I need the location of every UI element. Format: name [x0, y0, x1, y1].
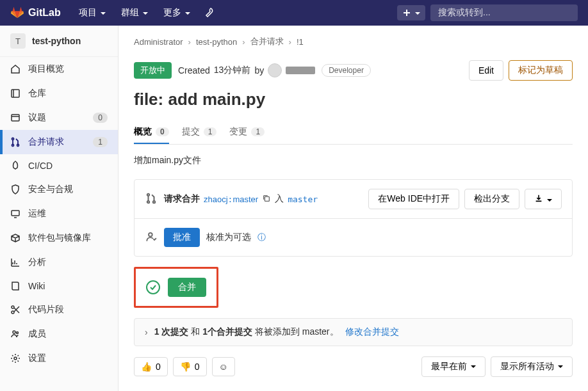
home-icon — [10, 64, 20, 74]
open-ide-button[interactable]: 在Web IDE中打开 — [368, 189, 459, 209]
sidebar-item-issues[interactable]: 议题 0 — [0, 106, 118, 130]
download-button[interactable] — [525, 189, 562, 209]
add-reaction-button[interactable]: ☺ — [212, 357, 235, 376]
breadcrumb: Administrator › test-python › 合并请求 › !1 — [134, 36, 573, 47]
chevron-down-icon — [470, 361, 476, 371]
merge-button[interactable]: 合并 — [168, 278, 206, 297]
repository-icon — [10, 88, 20, 99]
sidebar-item-merge-requests[interactable]: 合并请求 1 — [0, 130, 118, 154]
activity-filter-button[interactable]: 显示所有活动 — [491, 356, 573, 377]
issues-icon — [10, 113, 20, 123]
mark-draft-button[interactable]: 标记为草稿 — [509, 60, 573, 81]
sidebar-item-repository[interactable]: 仓库 — [0, 81, 118, 106]
check-circle-icon — [146, 280, 160, 294]
tab-changes[interactable]: 变更 1 — [229, 120, 265, 144]
nav-groups[interactable]: 群组 — [113, 7, 156, 19]
svg-point-4 — [17, 145, 19, 147]
new-dropdown[interactable] — [397, 5, 425, 20]
chevron-right-icon: › — [289, 37, 291, 47]
chart-icon — [10, 257, 20, 267]
top-navigation: GitLab 项目 群组 更多 搜索或转到... — [0, 0, 588, 26]
sidebar-item-members[interactable]: 成员 — [0, 322, 118, 346]
thumbs-down-icon: 👎 — [180, 362, 191, 372]
project-name: test-python — [32, 36, 81, 46]
svg-rect-0 — [12, 90, 19, 97]
crumb-mr[interactable]: 合并请求 — [250, 36, 284, 47]
tabs: 概览 0 提交 1 变更 1 — [134, 120, 573, 145]
brand-text: GitLab — [28, 7, 61, 19]
merge-request-icon — [10, 137, 20, 147]
smiley-icon: ☺ — [219, 362, 228, 372]
nav-more[interactable]: 更多 — [156, 7, 198, 19]
approve-button[interactable]: 批准 — [164, 228, 200, 247]
chevron-down-icon — [99, 8, 106, 18]
rocket-icon — [10, 161, 20, 171]
svg-point-15 — [149, 232, 152, 236]
commit-summary: › 1 次提交 和 1个合并提交 将被添加到 master。 修改合并提交 — [134, 318, 573, 346]
reaction-row: 👍0 👎0 ☺ 最早在前 显示所有活动 — [134, 356, 573, 377]
crumb-admin[interactable]: Administrator — [134, 37, 183, 47]
target-branch[interactable]: master — [288, 195, 318, 204]
source-branch[interactable]: zhaocj:master — [204, 195, 258, 204]
sort-button[interactable]: 最早在前 — [421, 356, 486, 377]
chevron-down-icon — [546, 195, 552, 205]
tanuki-icon — [10, 6, 24, 20]
sidebar-item-wiki[interactable]: Wiki — [0, 275, 118, 298]
author-avatar[interactable] — [268, 63, 282, 77]
chevron-right-icon: › — [242, 37, 245, 47]
sidebar-item-snippets[interactable]: 代码片段 — [0, 298, 118, 322]
nav-projects[interactable]: 项目 — [71, 7, 113, 19]
svg-rect-5 — [12, 211, 19, 216]
sidebar-item-analytics[interactable]: 分析 — [0, 250, 118, 275]
crumb-project[interactable]: test-python — [196, 37, 237, 47]
checkout-button[interactable]: 检出分支 — [464, 189, 519, 209]
status-badge: 开放中 — [134, 62, 172, 79]
search-input[interactable]: 搜索或转到... — [430, 4, 578, 21]
thumbs-down-button[interactable]: 👎0 — [173, 357, 207, 376]
merge-icon — [145, 193, 158, 206]
scissors-icon — [10, 305, 20, 315]
sidebar-item-cicd[interactable]: CI/CD — [0, 154, 118, 177]
svg-point-13 — [153, 200, 155, 202]
sidebar-item-security[interactable]: 安全与合规 — [0, 177, 118, 202]
chevron-right-icon: › — [188, 37, 191, 47]
project-header[interactable]: T test-python — [0, 26, 118, 57]
help-icon[interactable]: ⓘ — [257, 232, 266, 243]
thumbs-up-button[interactable]: 👍0 — [134, 357, 168, 376]
svg-point-12 — [147, 200, 149, 202]
chevron-down-icon — [414, 8, 420, 18]
mr-title: file: add main.py — [134, 90, 573, 109]
package-icon — [10, 233, 20, 243]
download-icon — [534, 194, 543, 203]
svg-point-11 — [147, 193, 149, 195]
book-icon — [10, 281, 20, 291]
svg-point-9 — [17, 332, 19, 334]
role-badge: Developer — [322, 64, 371, 77]
tab-overview[interactable]: 概览 0 — [134, 120, 169, 144]
svg-point-10 — [14, 357, 17, 360]
project-avatar: T — [10, 33, 26, 49]
sidebar-item-settings[interactable]: 设置 — [0, 346, 118, 371]
copy-icon[interactable] — [262, 194, 271, 205]
edit-button[interactable]: Edit — [469, 60, 503, 81]
tab-commits[interactable]: 提交 1 — [182, 120, 217, 144]
branch-row: 请求合并 zhaocj:master 入 master 在Web IDE中打开 … — [135, 180, 572, 219]
sidebar-item-operations[interactable]: 运维 — [0, 202, 118, 226]
users-icon — [10, 329, 20, 339]
monitor-icon — [10, 209, 20, 219]
edit-merge-commit-link[interactable]: 修改合并提交 — [345, 326, 399, 338]
admin-wrench-icon[interactable] — [198, 7, 221, 19]
branch-info: 请求合并 zhaocj:master 入 master — [164, 193, 318, 205]
crumb-id[interactable]: !1 — [297, 37, 304, 47]
svg-point-2 — [12, 138, 14, 140]
svg-point-8 — [13, 331, 15, 333]
gitlab-logo[interactable]: GitLab — [10, 6, 61, 20]
sidebar-item-packages[interactable]: 软件包与镜像库 — [0, 226, 118, 250]
approval-row: 批准 核准为可选 ⓘ — [135, 219, 572, 256]
approver-icon — [145, 231, 158, 244]
merge-widget: 请求合并 zhaocj:master 入 master 在Web IDE中打开 … — [134, 179, 573, 257]
svg-point-7 — [12, 311, 14, 314]
svg-rect-1 — [12, 115, 19, 121]
chevron-right-icon[interactable]: › — [145, 327, 148, 337]
sidebar-item-overview[interactable]: 项目概览 — [0, 57, 118, 81]
